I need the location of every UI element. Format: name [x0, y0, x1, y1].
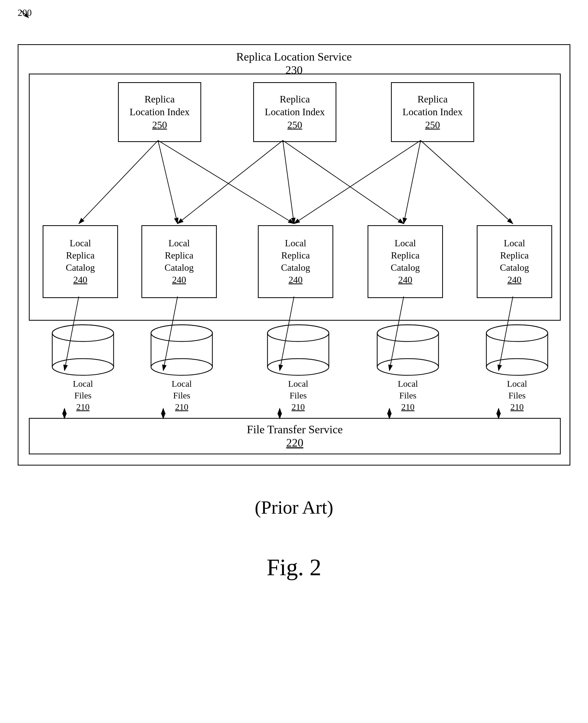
svg-point-24 [377, 325, 439, 342]
diagram-number: 200 [18, 7, 32, 18]
lrc-box-4: LocalReplicaCatalog 240 [368, 225, 443, 298]
local-files-2: LocalFiles 210 [150, 324, 213, 413]
svg-point-30 [486, 325, 548, 342]
local-files-3: LocalFiles 210 [267, 324, 329, 413]
lrc-box-2: LocalReplicaCatalog 240 [141, 225, 217, 298]
svg-point-6 [52, 325, 113, 342]
rli-box-2: ReplicaLocation Index 250 [253, 82, 336, 142]
rls-label: Replica Location Service 230 [18, 50, 570, 77]
local-files-1: LocalFiles 210 [52, 324, 114, 413]
svg-point-29 [486, 359, 548, 375]
svg-point-23 [377, 359, 439, 375]
svg-point-12 [151, 325, 212, 342]
outer-container: Replica Location Service 230 ReplicaLoca… [18, 44, 570, 466]
rli-box-1: ReplicaLocation Index 250 [118, 82, 201, 142]
svg-point-11 [151, 359, 212, 375]
fts-box: File Transfer Service 220 [29, 418, 561, 454]
local-files-4: LocalFiles 210 [377, 324, 439, 413]
svg-point-17 [268, 359, 329, 375]
inner-container: ReplicaLocation Index 250 ReplicaLocatio… [29, 74, 561, 321]
fig-label: Fig. 2 [0, 554, 588, 581]
lrc-box-3: LocalReplicaCatalog 240 [258, 225, 333, 298]
lrc-box-1: LocalReplicaCatalog 240 [43, 225, 118, 298]
prior-art-label: (Prior Art) [0, 497, 588, 518]
svg-point-18 [268, 325, 329, 342]
rli-box-3: ReplicaLocation Index 250 [391, 82, 474, 142]
svg-point-5 [52, 359, 113, 375]
local-files-5: LocalFiles 210 [486, 324, 548, 413]
lrc-box-5: LocalReplicaCatalog 240 [477, 225, 552, 298]
